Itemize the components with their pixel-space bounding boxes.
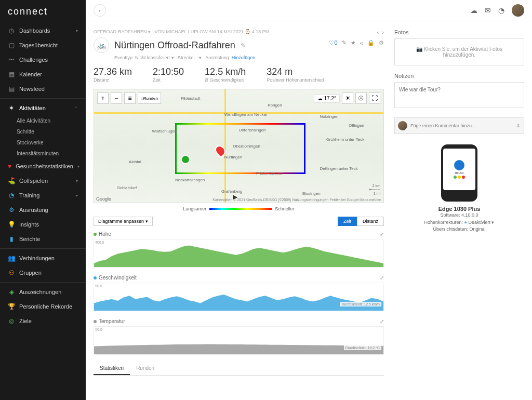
back-button[interactable]: ‹ [94, 4, 106, 17]
device-name[interactable]: Edge 1030 Plus [394, 206, 524, 212]
nav-golfspielen[interactable]: ⛳Golfspielen▾ [0, 174, 86, 188]
chart-area[interactable]: 50.0 Durchschnitt: 18.2 °C [94, 326, 384, 355]
map-layers[interactable]: ≡ [124, 92, 136, 104]
speed-legend: Langsamer Schneller [94, 206, 384, 211]
sidebar: connect ◷Dashboards▾ ▢Tagesübersicht 〜Ch… [0, 0, 86, 400]
map-settings[interactable]: ⦾ [355, 92, 367, 104]
map-weather[interactable]: ☀ [342, 92, 353, 104]
notification-icon[interactable]: ◔ [498, 6, 504, 15]
nav-challenges[interactable]: 〜Challenges [0, 52, 86, 67]
comment-expand-icon[interactable]: ⇕ [516, 123, 521, 128]
badge-icon: ◈ [8, 288, 15, 296]
device-elevation-correction[interactable]: Höhenkorrekturen: ● Deaktiviert ▾ [394, 219, 524, 226]
nav-alle-aktivitaten[interactable]: Alle Aktivitäten [0, 115, 86, 126]
add-equipment-link[interactable]: Hinzufügen [232, 55, 256, 60]
tab-runden[interactable]: Runden [130, 362, 161, 375]
chart-expand-icon[interactable]: ⤢ [380, 231, 384, 237]
nav-auszeichnungen[interactable]: ◈Auszeichnungen [0, 285, 86, 299]
chart-geschwindigkeit: Geschwindigkeit ⤢ 50.0 Durchschnitt: 12.… [94, 275, 384, 311]
people-icon: 👥 [8, 255, 15, 262]
nav-dashboards[interactable]: ◷Dashboards▾ [0, 23, 86, 38]
gear-icon: ⚙ [8, 206, 15, 214]
add-photo-button[interactable]: 📷 Klicken Sie, um der Aktivität Fotos hi… [394, 38, 524, 65]
map-google-logo: Google [96, 196, 111, 202]
lock-icon[interactable]: 🔒 [367, 39, 375, 46]
inbox-icon[interactable]: ✉ [485, 6, 491, 15]
topbar: ‹ ☁ ✉ ◔ [86, 0, 532, 21]
map-zoom-out[interactable]: − [111, 92, 122, 104]
nav-rekorde[interactable]: 🏆Persönliche Rekorde [0, 299, 86, 314]
breadcrumb[interactable]: OFFROAD-RADFAHREN ▾ · VON MICHAEL LUPLOW… [94, 29, 329, 34]
stopwatch-icon: ◔ [8, 192, 15, 199]
settings-icon[interactable]: ⚙ [379, 39, 384, 46]
device-panel: ROAD Edge 1030 Plus Software: 4.10.0.0 H… [394, 144, 524, 233]
favorite-button[interactable]: ♡0 [329, 39, 337, 46]
nav-intensitatsminuten[interactable]: Intensitätsminuten [0, 148, 86, 159]
nav-aktivitaten[interactable]: ✶Aktivitäten⌃ [0, 101, 86, 115]
target-icon: ◎ [8, 317, 15, 325]
chart-expand-icon[interactable]: ⤢ [380, 318, 384, 324]
stat-speed: 12.5 km/hØ Geschwindigkeit [205, 66, 246, 83]
nav-ziele[interactable]: ◎Ziele [0, 314, 86, 328]
chart-expand-icon[interactable]: ⤢ [380, 275, 384, 281]
gauge-icon: ◷ [8, 27, 15, 34]
share-icon[interactable]: < [360, 40, 363, 46]
prev-activity[interactable]: ‹ [377, 29, 379, 35]
nav-newsfeed[interactable]: ▤Newsfeed [0, 82, 86, 96]
comment-avatar [398, 121, 407, 130]
tab-statistiken[interactable]: Statistiken [94, 362, 130, 375]
bottom-tabs: Statistiken Runden [94, 362, 384, 376]
brand-logo: connect [0, 0, 86, 23]
nav-kalender[interactable]: ▦Kalender [0, 67, 86, 82]
stats-row: 27.36 kmDistanz 2:10:50Zeit 12.5 km/hØ G… [94, 66, 384, 83]
nav-gruppen[interactable]: ⚇Gruppen [0, 265, 86, 280]
edit-title-icon[interactable]: ✎ [241, 42, 245, 49]
top-actions: ☁ ✉ ◔ [470, 4, 524, 17]
edit-icon[interactable]: ✎ [342, 39, 347, 46]
nav-gesundheit[interactable]: ♥Gesundheitsstatistiken▾ [0, 159, 86, 174]
wave-icon: 〜 [8, 56, 15, 63]
device-image: ROAD [441, 144, 477, 202]
map-fullscreen[interactable]: ⛶ [369, 92, 380, 104]
nav-training[interactable]: ◔Training▾ [0, 188, 86, 203]
bulb-icon: 💡 [8, 221, 15, 228]
nav-ausrustung[interactable]: ⚙Ausrüstung [0, 203, 86, 217]
chart-icon: ▮ [8, 235, 15, 243]
nav-tagesubersicht[interactable]: ▢Tagesübersicht [0, 38, 86, 52]
fotos-heading: Fotos [394, 29, 524, 35]
activity-map[interactable]: + − ≡ ○ Runden ☁ 17.2° ☀ ⦾ ⛶ Filderstadt… [94, 89, 384, 203]
device-overview-data: Übersichtsdaten: Original [394, 226, 524, 233]
customize-charts-button[interactable]: Diagramme anpassen ▾ [94, 217, 153, 226]
map-attribution[interactable]: Kartendaten © 2021 GeoBasis-DE/BKG (©200… [212, 198, 381, 202]
stat-distance: 27.36 kmDistanz [94, 66, 132, 83]
trophy-icon: 🏆 [8, 303, 15, 310]
nav-berichte[interactable]: ▮Berichte [0, 232, 86, 246]
chart-area[interactable]: 50.0 Durchschnitt: 12.5 km/h [94, 283, 384, 311]
calendar-icon: ▦ [8, 71, 15, 78]
notes-textarea[interactable] [394, 82, 524, 108]
activity-meta: Eventtyp: Nicht klassifiziert ▾ Strecke:… [114, 55, 329, 60]
nav-verbindungen[interactable]: 👥Verbindungen [0, 251, 86, 265]
device-software: Software: 4.10.0.0 [394, 212, 524, 219]
news-icon: ▤ [8, 85, 15, 92]
star-icon[interactable]: ★ [351, 39, 356, 46]
toggle-distanz[interactable]: Distanz [357, 217, 384, 226]
golf-icon: ⛳ [8, 177, 15, 184]
notizen-heading: Notizen [394, 73, 524, 79]
main-content: ‹ ☁ ✉ ◔ OFFROAD-RADFAHREN ▾ · VON MICHAE… [86, 0, 532, 400]
map-laps-toggle[interactable]: ○ Runden [138, 92, 161, 104]
map-temp: ☁ 17.2° [314, 94, 340, 103]
chart-temperatur: Temperatur ⤢ 50.0 Durchschnitt: 18.2 °C [94, 318, 384, 355]
nav-schritte[interactable]: Schritte [0, 126, 86, 137]
comment-input[interactable] [410, 123, 513, 128]
nav-insights[interactable]: 💡Insights [0, 217, 86, 232]
cloud-upload-icon[interactable]: ☁ [470, 6, 477, 15]
toggle-zeit[interactable]: Zeit [338, 217, 357, 226]
user-avatar[interactable] [512, 4, 524, 17]
chart-area[interactable]: 400.0 [94, 239, 384, 268]
next-activity[interactable]: › [382, 29, 384, 35]
map-play-button[interactable]: ▶ [233, 193, 237, 201]
map-zoom-in[interactable]: + [97, 92, 109, 104]
nav-stockwerke[interactable]: Stockwerke [0, 137, 86, 148]
stat-time: 2:10:50Zeit [153, 66, 184, 83]
